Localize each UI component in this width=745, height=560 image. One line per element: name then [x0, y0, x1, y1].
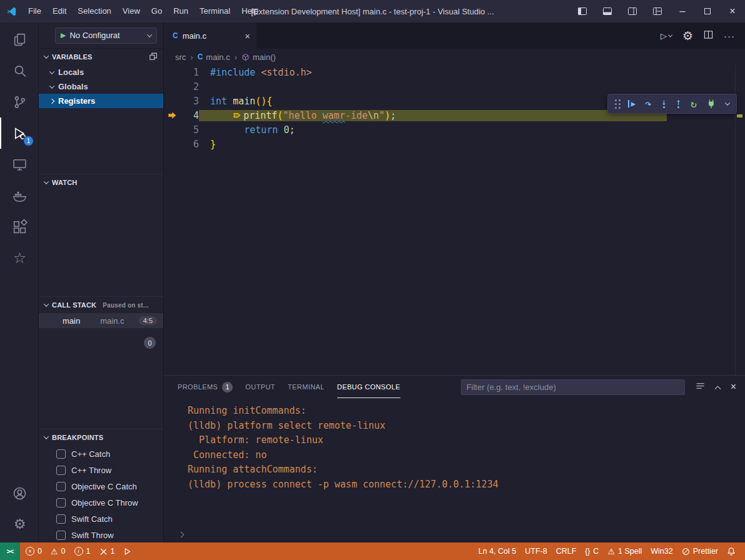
- console-line: Platform: remote-linux: [188, 433, 745, 448]
- activity-source-control[interactable]: [0, 86, 38, 118]
- callstack-header[interactable]: CALL STACK Paused on st...: [39, 297, 163, 313]
- callstack-frame[interactable]: mainmain.c4:5: [39, 313, 163, 328]
- activity-settings[interactable]: ⚙: [0, 509, 38, 540]
- menu-go[interactable]: Go: [146, 0, 168, 22]
- variables-item-registers[interactable]: Registers: [39, 94, 163, 108]
- debug-config-dropdown[interactable]: ▶ No Configurat: [55, 28, 157, 44]
- breakpoints-header[interactable]: BREAKPOINTS: [39, 429, 163, 446]
- panel-tab-problems[interactable]: PROBLEMS1: [178, 376, 233, 398]
- breadcrumb-mainc[interactable]: Cmain.c: [198, 52, 230, 62]
- panel-tab-debug-console[interactable]: DEBUG CONSOLE: [337, 376, 400, 398]
- breakpoint-swift-catch[interactable]: Swift Catch: [39, 511, 163, 527]
- filter-input[interactable]: [461, 379, 685, 395]
- gear-icon[interactable]: ⚙: [682, 30, 693, 42]
- maximize-icon[interactable]: [695, 0, 720, 22]
- status-errors-count[interactable]: ×0: [21, 542, 46, 560]
- checkbox[interactable]: [56, 449, 66, 459]
- remote-indicator[interactable]: ><: [0, 542, 20, 560]
- menu-terminal[interactable]: Terminal: [194, 0, 236, 22]
- minimize-icon[interactable]: –: [670, 0, 695, 22]
- callstack-section: CALL STACK Paused on st... mainmain.c4:5…: [39, 296, 163, 429]
- close-icon[interactable]: ×: [245, 31, 250, 41]
- activity-search[interactable]: [0, 55, 38, 86]
- step-into-icon[interactable]: ↓: [661, 99, 666, 108]
- chevron-down-icon: [44, 434, 49, 439]
- status-language-mode[interactable]: {}C: [580, 542, 603, 560]
- status-platform[interactable]: Win32: [646, 542, 677, 560]
- vscode-window: FileEditSelectionViewGoRunTerminalHelp […: [0, 0, 745, 560]
- gear-icon: ⚙: [14, 518, 26, 531]
- collapse-all-icon[interactable]: [149, 52, 158, 62]
- chevron-down-icon[interactable]: [726, 102, 729, 106]
- checkbox[interactable]: [56, 531, 66, 540]
- breakpoint-objective-c-throw[interactable]: Objective C Throw: [39, 494, 163, 511]
- more-actions-icon[interactable]: ···: [724, 31, 735, 41]
- panel-tab-output[interactable]: OUTPUT: [245, 376, 275, 398]
- split-editor-icon[interactable]: [704, 30, 713, 42]
- breadcrumb-main[interactable]: main(): [241, 52, 276, 62]
- layout-panel-icon[interactable]: [595, 0, 620, 22]
- c-file-icon: C: [198, 53, 203, 61]
- status-eol[interactable]: CRLF: [552, 542, 581, 560]
- disconnect-icon[interactable]: [706, 99, 716, 109]
- activity-extensions[interactable]: [0, 211, 38, 242]
- layout-secondary-sidebar-icon[interactable]: [620, 0, 645, 22]
- chevron-up-icon[interactable]: [714, 386, 721, 392]
- status-encoding[interactable]: UTF-8: [520, 542, 551, 560]
- status-spell-status[interactable]: ⚠1 Spell: [603, 542, 646, 560]
- chevron-right-icon: [178, 531, 185, 538]
- activity-run-and-debug[interactable]: 1: [0, 118, 38, 149]
- menu-run[interactable]: Run: [168, 0, 194, 22]
- breakpoint-c-throw[interactable]: C++ Throw: [39, 462, 163, 478]
- activity-remote-explorer[interactable]: [0, 149, 38, 180]
- start-debug-icon[interactable]: ▶: [61, 31, 66, 39]
- checkbox[interactable]: [56, 498, 66, 508]
- activity-wamr-ide[interactable]: ☆: [0, 242, 38, 274]
- layout-sidebar-icon[interactable]: [570, 0, 595, 22]
- status-prettier-status[interactable]: Prettier: [677, 542, 722, 560]
- menu-file[interactable]: File: [23, 0, 47, 22]
- status-cursor-position[interactable]: Ln 4, Col 5: [474, 542, 520, 560]
- line-number: 3: [180, 96, 199, 107]
- variables-header[interactable]: VARIABLES: [39, 49, 163, 65]
- bottom-panel: PROBLEMS1OUTPUTTERMINALDEBUG CONSOLE × R…: [164, 375, 745, 542]
- restart-icon[interactable]: ↻: [691, 99, 697, 109]
- breakpoint-swift-throw[interactable]: Swift Throw: [39, 527, 163, 542]
- tab-main-c[interactable]: C main.c ×: [164, 22, 256, 49]
- debug-console-input[interactable]: [164, 526, 745, 542]
- output-actions-icon[interactable]: [696, 381, 705, 393]
- debug-config-bar: ▶ No Configurat: [39, 22, 163, 49]
- layout-customize-icon[interactable]: [645, 0, 670, 22]
- checkbox[interactable]: [56, 482, 66, 491]
- status-tools-count[interactable]: 1: [95, 542, 119, 560]
- status-info-count[interactable]: i1: [70, 542, 95, 560]
- menu-view[interactable]: View: [117, 0, 146, 22]
- breakpoint-c-catch[interactable]: C++ Catch: [39, 446, 163, 462]
- step-out-icon[interactable]: ↑: [676, 99, 681, 108]
- tab-bar: C main.c × ▷ ⚙ ···: [164, 22, 745, 49]
- checkbox[interactable]: [56, 466, 66, 475]
- run-dropdown-icon[interactable]: ▷: [661, 31, 672, 41]
- checkbox[interactable]: [56, 514, 66, 524]
- panel-tab-terminal[interactable]: TERMINAL: [288, 376, 325, 398]
- menu-edit[interactable]: Edit: [47, 0, 72, 22]
- debug-run-icon: [123, 548, 131, 556]
- breakpoints-section: BREAKPOINTS C++ CatchC++ ThrowObjective …: [39, 429, 163, 542]
- variables-item-globals[interactable]: Globals: [39, 79, 163, 94]
- status-notifications[interactable]: [722, 542, 740, 560]
- breadcrumb-src[interactable]: src: [175, 52, 186, 62]
- activity-docker[interactable]: [0, 180, 38, 211]
- step-over-icon[interactable]: ↷: [645, 98, 652, 109]
- close-icon[interactable]: ×: [720, 0, 745, 22]
- close-icon[interactable]: ×: [731, 381, 736, 392]
- code-editor[interactable]: ▶↷↓↑↻ 1#include <stdio.h>23int main(){4 …: [164, 65, 745, 375]
- variables-item-locals[interactable]: Locals: [39, 65, 163, 79]
- status-debug-action[interactable]: [119, 542, 136, 560]
- menu-selection[interactable]: Selection: [72, 0, 116, 22]
- watch-header[interactable]: WATCH: [39, 174, 163, 191]
- activity-explorer[interactable]: [0, 24, 38, 55]
- status-warnings-count[interactable]: ⚠0: [46, 542, 70, 560]
- continue-icon[interactable]: ▶: [628, 99, 636, 108]
- activity-accounts[interactable]: [0, 478, 38, 509]
- breakpoint-objective-c-catch[interactable]: Objective C Catch: [39, 478, 163, 494]
